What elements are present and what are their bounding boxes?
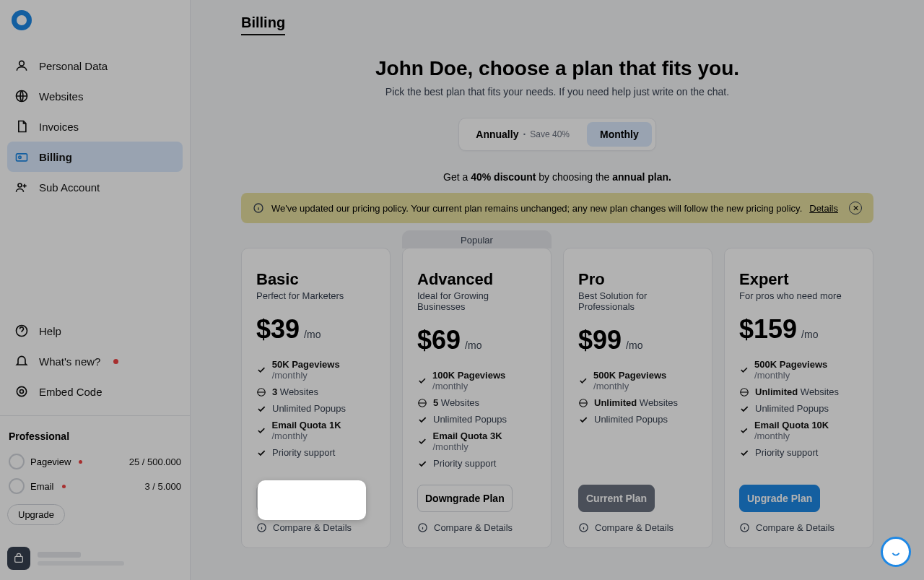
sidebar-item-invoices[interactable]: Invoices: [7, 111, 183, 142]
pricing-policy-banner: We've updated our pricing policy. Your c…: [241, 193, 873, 223]
globe-icon: [14, 89, 29, 103]
check-icon: [417, 459, 427, 469]
plan-card-advanced: Popular Advanced Ideal for Growing Busin…: [402, 248, 552, 548]
upgrade-pill[interactable]: Upgrade: [7, 504, 65, 525]
check-icon: [739, 365, 749, 375]
sidebar-item-label: Invoices: [39, 121, 79, 133]
svg-point-7: [20, 390, 24, 394]
check-icon: [739, 425, 749, 436]
compare-details-link[interactable]: Compare & Details: [739, 522, 858, 533]
sidebar-item-label: Sub Account: [39, 181, 100, 194]
check-icon: [417, 436, 427, 446]
svg-point-6: [17, 386, 26, 396]
usage-row-email: Email 3 / 5.000: [7, 474, 183, 498]
sidebar-item-label: Personal Data: [39, 60, 108, 72]
svg-point-4: [18, 183, 22, 187]
svg-point-0: [19, 61, 25, 66]
sidebar-item-whats-new[interactable]: What's new?: [7, 346, 183, 376]
info-icon: [578, 522, 589, 533]
sidebar-item-label: Help: [39, 325, 61, 337]
upgrade-plan-button[interactable]: Upgrade Plan: [739, 485, 820, 512]
compare-details-link[interactable]: Compare & Details: [417, 522, 536, 533]
globe-icon: [256, 387, 266, 397]
toggle-annually[interactable]: Annually · Save 40%: [463, 122, 583, 147]
plan-card-expert: Expert For pros who need more $159/mo 50…: [724, 248, 873, 548]
sidebar-item-label: Embed Code: [39, 386, 103, 398]
plan-card-pro: Pro Best Solution for Professionals $99/…: [563, 248, 712, 548]
sidebar-item-billing[interactable]: Billing: [7, 142, 183, 172]
globe-icon: [578, 398, 588, 408]
check-icon: [417, 415, 427, 425]
help-icon: [14, 324, 29, 338]
info-icon: [256, 522, 267, 533]
sidebar-item-label: Billing: [39, 151, 72, 163]
discount-text: Get a 40% discount by choosing the annua…: [241, 171, 873, 183]
current-plan-button[interactable]: Current Plan: [578, 485, 655, 512]
info-icon: [417, 522, 428, 533]
sidebar-item-label: What's new?: [39, 355, 100, 368]
sidebar-item-label: Websites: [39, 90, 83, 103]
warning-dot: [79, 460, 82, 464]
target-icon: [14, 384, 29, 399]
sidebar-item-embed-code[interactable]: Embed Code: [7, 376, 183, 407]
bell-icon: [14, 354, 29, 368]
notification-dot: [113, 359, 118, 364]
toggle-monthly[interactable]: Monthly: [587, 122, 652, 147]
check-icon: [256, 425, 266, 436]
close-icon[interactable]: ✕: [849, 202, 862, 215]
sidebar-item-help[interactable]: Help: [7, 316, 183, 346]
warning-dot: [62, 485, 66, 488]
check-icon: [739, 404, 749, 414]
usage-plan-name: Professional: [7, 428, 183, 449]
progress-circle-icon: [9, 454, 25, 469]
sidebar-item-websites[interactable]: Websites: [7, 81, 183, 111]
downgrade-button[interactable]: Downgrade Plan: [417, 485, 513, 512]
billing-icon: [14, 150, 29, 164]
hero-subtitle: Pick the best plan that fits your needs.…: [241, 86, 873, 98]
plan-card-basic: Basic Perfect for Marketers $39/mo 50K P…: [241, 248, 391, 548]
user-avatar-icon: [7, 547, 30, 570]
check-icon: [739, 448, 749, 458]
compare-details-link[interactable]: Compare & Details: [256, 522, 375, 533]
popular-badge: Popular: [402, 230, 552, 248]
check-icon: [578, 415, 588, 425]
check-icon: [256, 404, 266, 414]
user-icon: [14, 59, 29, 73]
progress-circle-icon: [9, 478, 25, 494]
check-icon: [578, 376, 588, 386]
sidebar-item-sub-account[interactable]: Sub Account: [7, 172, 183, 202]
svg-rect-8: [15, 556, 23, 562]
app-logo[interactable]: [12, 10, 32, 30]
users-icon: [14, 180, 29, 194]
user-menu[interactable]: [7, 547, 183, 570]
smile-icon: [888, 544, 904, 560]
info-icon: [253, 202, 264, 214]
hero-title: John Doe, choose a plan that fits you.: [241, 57, 873, 80]
downgrade-button[interactable]: Downgrade Plan: [256, 485, 352, 512]
usage-row-pageview: Pageview 25 / 500.000: [7, 449, 183, 474]
globe-icon: [417, 398, 427, 408]
globe-icon: [739, 387, 749, 397]
chat-widget[interactable]: [881, 537, 911, 567]
check-icon: [417, 376, 427, 386]
svg-point-3: [19, 156, 21, 158]
info-icon: [739, 522, 750, 533]
check-icon: [256, 448, 266, 458]
compare-details-link[interactable]: Compare & Details: [578, 522, 697, 533]
sidebar-item-personal-data[interactable]: Personal Data: [7, 51, 183, 81]
page-title: Billing: [241, 14, 285, 35]
billing-period-toggle: Annually · Save 40% Monthly: [458, 118, 655, 151]
check-icon: [256, 365, 266, 375]
document-icon: [14, 119, 29, 134]
banner-details-link[interactable]: Details: [809, 203, 838, 214]
